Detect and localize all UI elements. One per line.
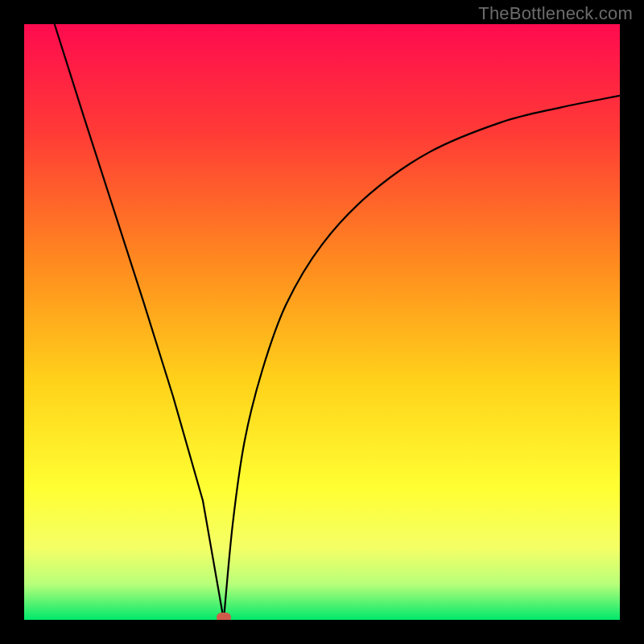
chart-frame: TheBottleneck.com bbox=[0, 0, 644, 644]
plot-area bbox=[24, 24, 620, 620]
watermark-text: TheBottleneck.com bbox=[478, 3, 633, 24]
bottleneck-curve bbox=[24, 24, 620, 620]
optimal-point-marker bbox=[217, 613, 231, 620]
